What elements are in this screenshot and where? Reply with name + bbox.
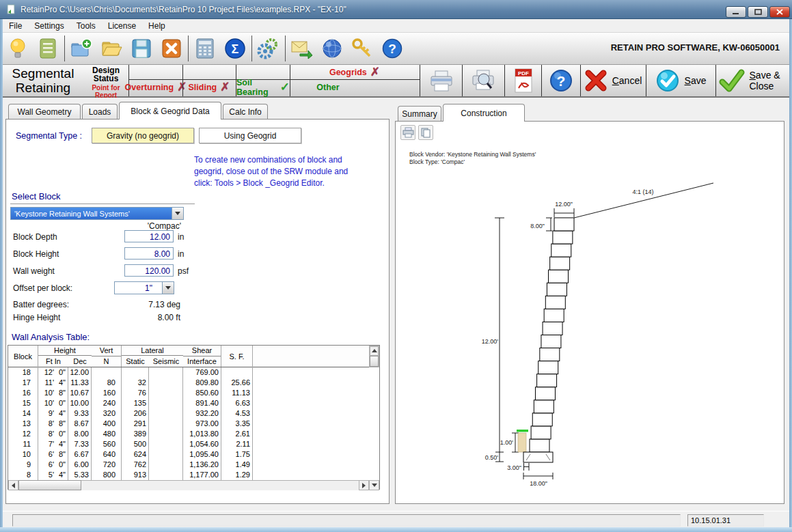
vscroll-thumb[interactable] [370,356,379,367]
tab-construction[interactable]: Construction [443,104,525,122]
table-row[interactable]: 1711'4"11.338032809.8025.66 [8,378,379,388]
help-button[interactable]: ? [542,65,580,96]
open-folder-icon[interactable] [96,34,126,63]
menu-file[interactable]: File [3,20,28,32]
brand-text: RETAIN PRO SOFTWARE, KW-06050001 [611,42,780,53]
wall-block [547,283,566,296]
scroll-up-arrow[interactable] [370,346,379,356]
window-border-right [789,19,792,527]
table-row[interactable]: 149'4"9.33320206932.204.53 [8,408,379,419]
web-globe-icon[interactable] [317,34,347,63]
fail-x-icon: ✗ [370,68,380,77]
table-hscrollbar[interactable] [8,480,379,490]
close-file-icon[interactable] [156,34,187,63]
wall-block [534,400,554,413]
leveling-pad [523,452,553,462]
batter-degrees-label: Batter degrees: [13,300,69,309]
wall-block [537,374,557,387]
table-row[interactable]: 1812'0"12.00769.00 [8,367,379,378]
print-preview-button[interactable] [463,65,504,96]
table-row[interactable]: 1510'0"10.00240135891.406.63 [8,398,379,408]
tab-block-geogrid-data[interactable]: Block & Geogrid Data [119,102,221,120]
batter-degrees-value: 7.13 deg [115,300,180,309]
print-button[interactable] [420,65,462,96]
pad-offset-label: 3.00" [507,464,521,471]
wall-height-label: 12.00' [482,338,499,345]
using-geogrid-option-button[interactable]: Using Geogrid [199,128,301,143]
gears-icon[interactable] [254,34,284,63]
toolbar-separator [251,36,252,61]
table-row[interactable]: 138'8"8.67400291973.003.35 [8,419,379,429]
window-title: RetainPro C:\Users\Chris\Documents\Retai… [21,5,346,14]
pdf-icon: PDF [513,68,534,94]
scroll-down-arrow[interactable] [369,480,379,490]
wall-diagram: 4:1 (14) 12.00' 0.50' 12.00" 8.00" [396,122,784,503]
block-width-label: 12.00" [555,201,573,208]
chevron-down-icon[interactable] [162,282,174,294]
status-bar: 10.15.01.31 [3,511,789,527]
tab-loads[interactable]: Loads [82,104,118,120]
menu-tools[interactable]: Tools [70,20,102,32]
offset-per-block-select[interactable]: 1" [114,281,174,294]
table-row[interactable]: 128'0"8.004803891,013.802.61 [8,429,379,439]
save-icon[interactable] [126,34,156,63]
save-close-button[interactable]: Save & Close [716,65,789,96]
status-message-box [12,514,681,527]
status-soil-bearing: Soil Bearing✓ [236,80,290,95]
menu-settings[interactable]: Settings [28,20,70,32]
table-row[interactable]: 117'4"7.335605001,054.602.11 [8,439,379,449]
table-row[interactable]: 1610'8"10.6716076850.6011.13 [8,388,379,398]
table-row[interactable]: 106'8"6.676406241,095.401.75 [8,449,379,460]
toe-label: 1.00' [500,439,514,446]
table-row[interactable]: 96'0"6.007207621,136.201.49 [8,460,379,470]
design-status-band: Segmental Retaining Wall Design Status P… [3,65,789,98]
save-label: Save [685,75,707,86]
table-body: 1812'0"12.00769.001711'4"11.338032809.80… [8,367,379,480]
maximize-button[interactable] [748,6,768,18]
new-file-icon[interactable] [66,34,96,63]
wall-weight-input[interactable] [124,264,174,277]
toolbar-separator [285,36,286,61]
scroll-left-arrow[interactable] [8,480,18,490]
wall-block [531,426,551,439]
block-height-label: Block Height [13,249,59,259]
cancel-button[interactable]: Cancel [581,65,645,96]
chevron-down-icon[interactable] [172,208,183,219]
wall-analysis-table: Block Height Ft In Dec Vert N Lateral [8,345,380,490]
close-button[interactable] [769,6,790,18]
pdf-button[interactable]: PDF [505,65,541,96]
tab-calc-info[interactable]: Calc Info [223,104,268,120]
tab-summary[interactable]: Summary [398,106,441,122]
block-vendor-select[interactable]: 'Keystone Retaining Wall Systems' [10,207,184,220]
toe-soil [518,433,526,452]
workarea: Wall Geometry Loads Block & Geogrid Data… [3,98,789,511]
block-depth-input[interactable] [124,230,174,242]
block-height-input[interactable] [124,247,174,260]
minimize-button[interactable] [726,6,746,18]
settings-list-icon[interactable] [33,34,63,63]
send-email-icon[interactable] [287,34,317,63]
block-type-value: 'Compac' [109,221,181,231]
summation-icon[interactable]: Σ [220,34,250,63]
license-key-icon[interactable] [347,34,377,63]
help-icon[interactable]: ? [377,34,407,63]
menu-help[interactable]: Help [142,20,172,32]
calculator-icon[interactable] [190,34,220,63]
gravity-option-button[interactable]: Gravity (no geogrid) [92,128,194,143]
menu-license[interactable]: License [102,20,142,32]
scroll-right-arrow[interactable] [359,480,369,490]
wall-block [544,309,564,322]
svg-text:?: ? [557,73,566,89]
table-vscrollbar-top[interactable] [369,346,379,367]
bulb-icon[interactable] [3,34,33,63]
hscroll-thumb[interactable] [18,480,81,490]
table-row[interactable]: 85'4"5.338009131,177.001.29 [8,470,379,480]
toolbar-separator [188,36,189,61]
wall-block [545,296,565,309]
save-check-icon [655,68,680,93]
green-check-icon [719,68,745,93]
save-button[interactable]: Save [646,65,715,96]
svg-text:PDF: PDF [518,70,529,76]
tab-wall-geometry[interactable]: Wall Geometry [8,104,81,120]
title-bar: RetainPro C:\Users\Chris\Documents\Retai… [0,0,792,19]
